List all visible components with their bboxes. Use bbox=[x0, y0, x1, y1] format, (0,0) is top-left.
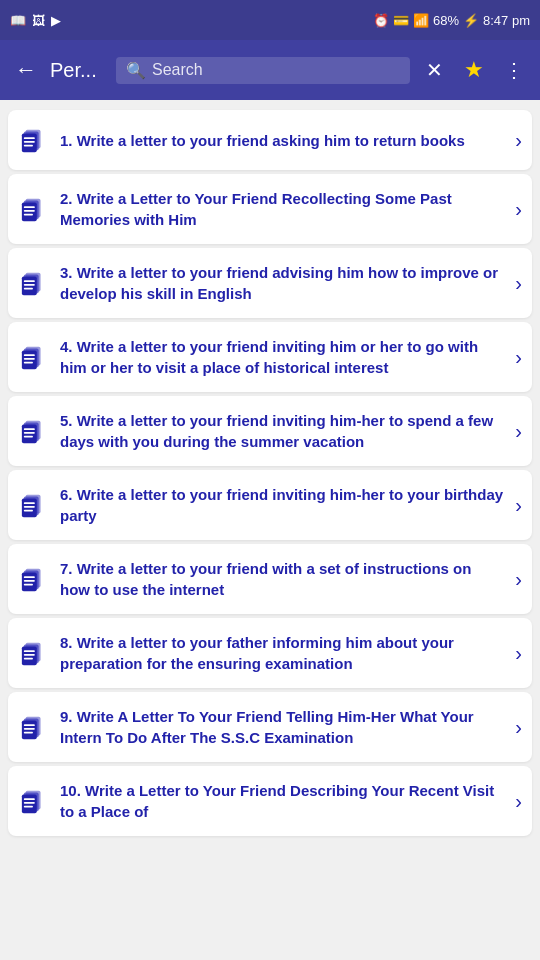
svg-rect-38 bbox=[22, 572, 37, 591]
app-bar-title: Per... bbox=[50, 59, 110, 82]
list-item[interactable]: 9. Write A Letter To Your Friend Telling… bbox=[8, 692, 532, 762]
alarm-icon: ⏰ bbox=[373, 13, 389, 28]
list-item-text: 8. Write a letter to your father informi… bbox=[60, 632, 505, 674]
chevron-right-icon: › bbox=[515, 272, 522, 295]
list-item-text: 7. Write a letter to your friend with a … bbox=[60, 558, 505, 600]
list-item-text: 3. Write a letter to your friend advisin… bbox=[60, 262, 505, 304]
chevron-right-icon: › bbox=[515, 568, 522, 591]
document-icon bbox=[18, 711, 50, 743]
list-item[interactable]: 3. Write a letter to your friend advisin… bbox=[8, 248, 532, 318]
list-item[interactable]: 1. Write a letter to your friend asking … bbox=[8, 110, 532, 170]
list-item[interactable]: 2. Write a Letter to Your Friend Recolle… bbox=[8, 174, 532, 244]
chevron-right-icon: › bbox=[515, 198, 522, 221]
list-item-text: 1. Write a letter to your friend asking … bbox=[60, 130, 505, 151]
app-bar-actions: ✕ ★ ⋮ bbox=[416, 52, 532, 88]
back-button[interactable]: ← bbox=[8, 52, 44, 88]
svg-rect-50 bbox=[22, 720, 37, 739]
list-item[interactable]: 7. Write a letter to your friend with a … bbox=[8, 544, 532, 614]
svg-rect-14 bbox=[22, 276, 37, 295]
list-item[interactable]: 4. Write a letter to your friend invitin… bbox=[8, 322, 532, 392]
search-icon: 🔍 bbox=[126, 61, 146, 80]
status-left-icons: 📖 🖼 ▶ bbox=[10, 13, 61, 28]
list-item[interactable]: 8. Write a letter to your father informi… bbox=[8, 618, 532, 688]
close-button[interactable]: ✕ bbox=[416, 52, 452, 88]
time-text: 8:47 pm bbox=[483, 13, 530, 28]
battery-text: 68% bbox=[433, 13, 459, 28]
svg-rect-44 bbox=[22, 646, 37, 665]
list-item-text: 5. Write a letter to your friend invitin… bbox=[60, 410, 505, 452]
document-icon bbox=[18, 489, 50, 521]
status-bar: 📖 🖼 ▶ ⏰ 💳 📶 68%⚡ 8:47 pm bbox=[0, 0, 540, 40]
youtube-icon: ▶ bbox=[51, 13, 61, 28]
list-item[interactable]: 5. Write a letter to your friend invitin… bbox=[8, 396, 532, 466]
chevron-right-icon: › bbox=[515, 494, 522, 517]
document-icon bbox=[18, 193, 50, 225]
document-icon bbox=[18, 415, 50, 447]
svg-rect-26 bbox=[22, 424, 37, 443]
document-icon bbox=[18, 785, 50, 817]
list-item-text: 2. Write a Letter to Your Friend Recolle… bbox=[60, 188, 505, 230]
sim-icon: 💳 bbox=[393, 13, 409, 28]
search-bar[interactable]: 🔍 Search bbox=[116, 57, 410, 84]
svg-rect-20 bbox=[22, 350, 37, 369]
svg-rect-32 bbox=[22, 498, 37, 517]
document-icon bbox=[18, 124, 50, 156]
more-button[interactable]: ⋮ bbox=[496, 52, 532, 88]
document-icon bbox=[18, 563, 50, 595]
list-container: 1. Write a letter to your friend asking … bbox=[0, 100, 540, 846]
chevron-right-icon: › bbox=[515, 420, 522, 443]
chevron-right-icon: › bbox=[515, 129, 522, 152]
star-button[interactable]: ★ bbox=[456, 52, 492, 88]
list-item-text: 10. Write a Letter to Your Friend Descri… bbox=[60, 780, 505, 822]
app-bar: ← Per... 🔍 Search ✕ ★ ⋮ bbox=[0, 40, 540, 100]
list-item-text: 9. Write A Letter To Your Friend Telling… bbox=[60, 706, 505, 748]
list-item[interactable]: 6. Write a letter to your friend invitin… bbox=[8, 470, 532, 540]
document-icon bbox=[18, 637, 50, 669]
list-item-text: 4. Write a letter to your friend invitin… bbox=[60, 336, 505, 378]
svg-rect-2 bbox=[22, 133, 37, 152]
search-placeholder: Search bbox=[152, 61, 203, 79]
svg-rect-56 bbox=[22, 794, 37, 813]
chevron-right-icon: › bbox=[515, 642, 522, 665]
list-item-text: 6. Write a letter to your friend invitin… bbox=[60, 484, 505, 526]
book-icon: 📖 bbox=[10, 13, 26, 28]
signal-icon: 📶 bbox=[413, 13, 429, 28]
status-right-icons: ⏰ 💳 📶 68%⚡ 8:47 pm bbox=[373, 13, 530, 28]
list-item[interactable]: 10. Write a Letter to Your Friend Descri… bbox=[8, 766, 532, 836]
document-icon bbox=[18, 267, 50, 299]
svg-rect-8 bbox=[22, 202, 37, 221]
chevron-right-icon: › bbox=[515, 716, 522, 739]
chevron-right-icon: › bbox=[515, 790, 522, 813]
image-icon: 🖼 bbox=[32, 13, 45, 28]
document-icon bbox=[18, 341, 50, 373]
chevron-right-icon: › bbox=[515, 346, 522, 369]
